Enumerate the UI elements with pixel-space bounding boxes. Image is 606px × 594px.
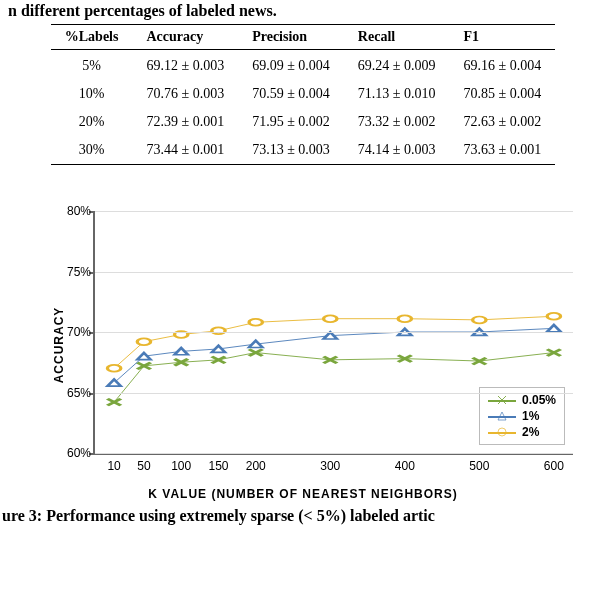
y-axis-label: ACCURACY — [52, 307, 66, 384]
caption-fragment-top: n different percentages of labeled news. — [0, 0, 606, 24]
col-f1: F1 — [450, 25, 556, 50]
svg-marker-23 — [324, 332, 337, 339]
series-marker — [249, 349, 262, 356]
legend-item: 2% — [488, 424, 556, 440]
legend-item: 1% — [488, 408, 556, 424]
table-cell: 70.76 ± 0.003 — [132, 80, 238, 108]
table-cell: 72.39 ± 0.001 — [132, 108, 238, 136]
legend-label: 0.05% — [522, 393, 556, 407]
ytick-label: 80% — [55, 204, 91, 218]
table-cell: 10% — [51, 80, 133, 108]
series-marker — [212, 327, 225, 334]
series-marker — [324, 332, 337, 339]
table-row: 5%69.12 ± 0.00369.09 ± 0.00469.24 ± 0.00… — [51, 50, 555, 81]
table-cell: 20% — [51, 108, 133, 136]
series-marker — [547, 313, 560, 320]
series-marker — [137, 338, 150, 345]
plot-area: 0.05%1%2% 60%65%70%75%80%105010015020030… — [93, 211, 573, 455]
table-cell: 73.13 ± 0.003 — [238, 136, 344, 165]
svg-marker-19 — [137, 353, 150, 360]
table-cell: 69.12 ± 0.003 — [132, 50, 238, 81]
legend-item: 0.05% — [488, 392, 556, 408]
page-root: n different percentages of labeled news.… — [0, 0, 606, 525]
table-cell: 71.95 ± 0.002 — [238, 108, 344, 136]
series-marker — [547, 349, 560, 356]
xtick-label: 50 — [137, 459, 150, 473]
svg-point-27 — [107, 365, 120, 372]
xtick-label: 10 — [107, 459, 120, 473]
table-cell: 30% — [51, 136, 133, 165]
series-marker — [212, 346, 225, 353]
chart-area: ACCURACY 0.05%1%2% 60%65%70%75%80%105010… — [23, 205, 583, 485]
table-cell: 74.14 ± 0.003 — [344, 136, 450, 165]
series-marker — [107, 379, 120, 386]
xtick-label: 600 — [544, 459, 564, 473]
table-cell: 72.63 ± 0.002 — [450, 108, 556, 136]
xtick-label: 300 — [320, 459, 340, 473]
table-header-row: %Labels Accuracy Precision Recall F1 — [51, 25, 555, 50]
gridline — [95, 332, 573, 333]
table-body: 5%69.12 ± 0.00369.09 ± 0.00469.24 ± 0.00… — [51, 50, 555, 165]
caption-fragment-bottom: ure 3: Performance using extremely spars… — [0, 501, 606, 525]
col-recall: Recall — [344, 25, 450, 50]
table-cell: 5% — [51, 50, 133, 81]
ytick-label: 65% — [55, 386, 91, 400]
series-marker — [473, 317, 486, 324]
svg-marker-22 — [249, 341, 262, 348]
metrics-table: %Labels Accuracy Precision Recall F1 5%6… — [51, 24, 555, 165]
col-labels: %Labels — [51, 25, 133, 50]
series-marker — [324, 315, 337, 322]
gridline — [95, 272, 573, 273]
svg-point-32 — [324, 315, 337, 322]
svg-point-34 — [473, 317, 486, 324]
ytick-label: 75% — [55, 265, 91, 279]
gridline — [95, 393, 573, 394]
table-cell: 69.24 ± 0.009 — [344, 50, 450, 81]
table-cell: 73.32 ± 0.002 — [344, 108, 450, 136]
table-cell: 69.09 ± 0.004 — [238, 50, 344, 81]
legend-label: 2% — [522, 425, 539, 439]
series-marker — [137, 362, 150, 369]
series-marker — [547, 325, 560, 332]
x-axis-label: K VALUE (NUMBER OF NEAREST NEIGHBORS) — [23, 487, 583, 501]
series-marker — [107, 399, 120, 406]
ytick-label: 70% — [55, 325, 91, 339]
svg-point-30 — [212, 327, 225, 334]
table-cell: 73.44 ± 0.001 — [132, 136, 238, 165]
col-accuracy: Accuracy — [132, 25, 238, 50]
chart: ACCURACY 0.05%1%2% 60%65%70%75%80%105010… — [23, 205, 583, 501]
table-cell: 69.16 ± 0.004 — [450, 50, 556, 81]
table-cell: 73.63 ± 0.001 — [450, 136, 556, 165]
svg-point-35 — [547, 313, 560, 320]
table-cell: 71.13 ± 0.010 — [344, 80, 450, 108]
svg-point-28 — [137, 338, 150, 345]
table-row: 20%72.39 ± 0.00171.95 ± 0.00273.32 ± 0.0… — [51, 108, 555, 136]
legend-swatch — [488, 393, 516, 407]
xtick-label: 200 — [246, 459, 266, 473]
gridline — [95, 453, 573, 454]
series-marker — [175, 348, 188, 355]
ytick-label: 60% — [55, 446, 91, 460]
svg-marker-21 — [212, 346, 225, 353]
col-precision: Precision — [238, 25, 344, 50]
series-marker — [249, 341, 262, 348]
gridline — [95, 211, 573, 212]
legend-label: 1% — [522, 409, 539, 423]
xtick-label: 400 — [395, 459, 415, 473]
series-marker — [107, 365, 120, 372]
svg-point-33 — [398, 315, 411, 322]
xtick-label: 500 — [469, 459, 489, 473]
series-marker — [398, 315, 411, 322]
table-row: 30%73.44 ± 0.00173.13 ± 0.00374.14 ± 0.0… — [51, 136, 555, 165]
legend: 0.05%1%2% — [479, 387, 565, 445]
svg-marker-20 — [175, 348, 188, 355]
table-row: 10%70.76 ± 0.00370.59 ± 0.00471.13 ± 0.0… — [51, 80, 555, 108]
svg-marker-26 — [547, 325, 560, 332]
series-marker — [249, 319, 262, 326]
xtick-label: 150 — [208, 459, 228, 473]
legend-swatch — [488, 425, 516, 439]
series-marker — [137, 353, 150, 360]
svg-marker-18 — [107, 379, 120, 386]
table-cell: 70.59 ± 0.004 — [238, 80, 344, 108]
svg-point-31 — [249, 319, 262, 326]
